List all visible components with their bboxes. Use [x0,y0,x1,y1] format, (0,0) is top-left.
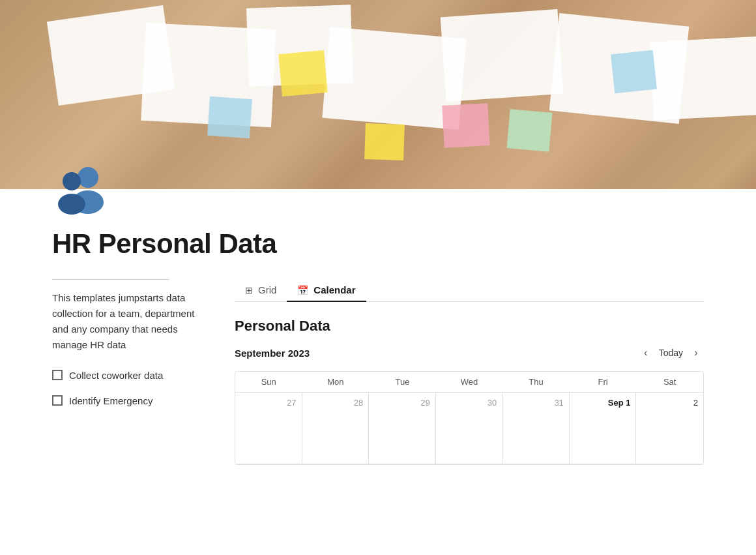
checklist-label-1: Collect coworker data [69,368,163,383]
calendar-section-title: Personal Data [235,318,704,335]
checkbox-2[interactable] [52,395,63,406]
cell-date-30: 30 [441,398,497,408]
calendar-controls: ‹ Today › [638,345,704,361]
calendar-cell-sep1[interactable]: Sep 1 [570,393,637,464]
calendar-header-row: Sun Mon Tue Wed Thu Fri Sat [235,372,703,393]
cell-date-31: 31 [508,398,564,408]
day-header-wed: Wed [436,372,503,392]
calendar-grid: Sun Mon Tue Wed Thu Fri Sat 27 [235,371,704,465]
calendar-cell-2[interactable]: 2 [636,393,703,464]
cell-date-sep1: Sep 1 [575,398,631,408]
svg-point-0 [78,167,98,188]
tab-calendar[interactable]: 📅 Calendar [287,279,366,302]
day-header-thu: Thu [502,372,570,392]
today-button[interactable]: Today [659,348,683,358]
day-header-tue: Tue [369,372,436,392]
day-header-fri: Fri [570,372,637,392]
day-header-sat: Sat [636,372,703,392]
tabs-bar: ⊞ Grid 📅 Calendar [235,279,704,302]
main-content: ⊞ Grid 📅 Calendar Personal Data Septembe… [235,279,704,465]
day-header-sun: Sun [235,372,302,392]
next-month-button[interactable]: › [688,345,704,361]
checklist-item-2: Identify Emergency [52,394,209,409]
cell-date-27: 27 [240,398,297,408]
checklist-label-2: Identify Emergency [69,394,153,409]
cell-date-29: 29 [374,398,430,408]
cell-date-28: 28 [308,398,364,408]
calendar-section: Personal Data September 2023 ‹ Today › S… [235,318,704,465]
tab-grid[interactable]: ⊞ Grid [235,279,287,302]
day-header-mon: Mon [302,372,370,392]
sidebar: This templates jumpstarts data collectio… [52,279,209,419]
sidebar-description: This templates jumpstarts data collectio… [52,290,209,353]
svg-point-3 [58,194,85,215]
page-title: HR Personal Data [52,228,704,260]
cell-date-2: 2 [641,398,698,408]
calendar-cell-29[interactable]: 29 [369,393,436,464]
calendar-cell-30[interactable]: 30 [436,393,503,464]
calendar-month-label: September 2023 [235,348,310,359]
calendar-cell-31[interactable]: 31 [502,393,570,464]
hero-banner [0,0,756,189]
calendar-cell-27[interactable]: 27 [235,393,302,464]
page-content: HR Personal Data This templates jumpstar… [0,228,756,465]
tab-grid-label: Grid [258,284,276,295]
people-icon [52,163,117,215]
sidebar-divider [52,279,169,280]
tab-calendar-label: Calendar [313,284,355,295]
grid-icon: ⊞ [245,285,253,295]
prev-month-button[interactable]: ‹ [638,345,654,361]
svg-point-2 [63,172,81,190]
calendar-cell-28[interactable]: 28 [302,393,370,464]
calendar-week-1: 27 28 29 30 31 [235,393,703,464]
calendar-nav: September 2023 ‹ Today › [235,345,704,361]
calendar-icon: 📅 [297,285,308,295]
checklist-item-1: Collect coworker data [52,368,209,383]
checkbox-1[interactable] [52,370,63,380]
